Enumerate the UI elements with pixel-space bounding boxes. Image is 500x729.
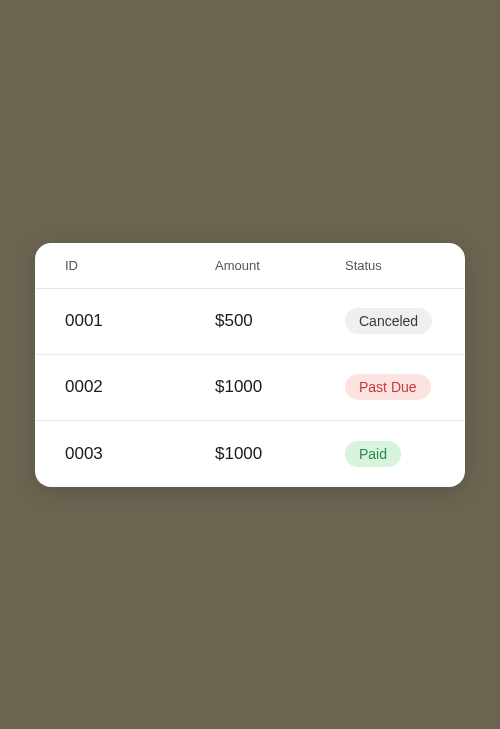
cell-status: Paid [345, 441, 435, 467]
cell-id: 0001 [65, 311, 215, 331]
column-header-id: ID [65, 258, 215, 273]
cell-id: 0003 [65, 444, 215, 464]
status-badge: Canceled [345, 308, 432, 334]
cell-status: Canceled [345, 308, 435, 334]
cell-status: Past Due [345, 374, 435, 400]
table-header-row: ID Amount Status [35, 243, 465, 289]
payments-table: ID Amount Status 0001 $500 Canceled 0002… [35, 243, 465, 487]
cell-amount: $1000 [215, 377, 345, 397]
table-row: 0001 $500 Canceled [35, 289, 465, 355]
column-header-status: Status [345, 258, 435, 273]
cell-id: 0002 [65, 377, 215, 397]
column-header-amount: Amount [215, 258, 345, 273]
table-row: 0002 $1000 Past Due [35, 355, 465, 421]
cell-amount: $1000 [215, 444, 345, 464]
cell-amount: $500 [215, 311, 345, 331]
status-badge: Past Due [345, 374, 431, 400]
table-row: 0003 $1000 Paid [35, 421, 465, 487]
status-badge: Paid [345, 441, 401, 467]
